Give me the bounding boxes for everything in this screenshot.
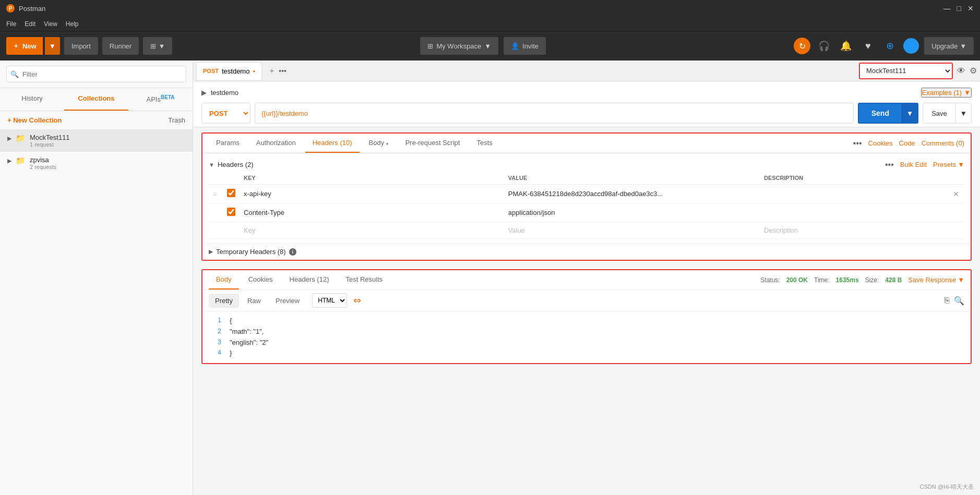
save-response-button[interactable]: Save Response ▼ (908, 276, 964, 284)
format-preview[interactable]: Preview (269, 294, 306, 308)
breadcrumb: ▶ testdemo (201, 89, 238, 96)
tab-history[interactable]: History (0, 88, 64, 111)
resp-tab-body[interactable]: Body (209, 270, 239, 289)
settings-button[interactable]: ⚙ (970, 66, 977, 76)
tab-menu-button[interactable]: ••• (279, 67, 286, 75)
collection-arrow-icon: ▶ (7, 158, 11, 164)
sync-button[interactable]: ↻ (794, 38, 810, 54)
collection-item[interactable]: ▶ 📁 MockTest111 1 request (0, 129, 193, 152)
minimize-button[interactable]: — (943, 4, 951, 13)
menu-edit[interactable]: Edit (25, 20, 35, 28)
menu-view[interactable]: View (44, 20, 57, 28)
resp-tab-headers[interactable]: Headers (12) (282, 270, 337, 289)
comments-link[interactable]: Comments (0) (922, 139, 964, 147)
code-line: 3 "english": "2" (211, 337, 962, 348)
headers-more-button[interactable]: ••• (885, 160, 894, 170)
wrap-button[interactable]: ⇔ (353, 295, 361, 306)
format-type-selector[interactable]: HTML (312, 293, 347, 308)
send-button[interactable]: Send (859, 104, 902, 123)
headphone-icon[interactable]: 🎧 (816, 38, 832, 54)
environment-selector[interactable]: MockTest111 (859, 63, 953, 79)
avatar[interactable] (903, 38, 919, 54)
sidebar-search: 🔍 (0, 61, 193, 88)
filter-input[interactable] (6, 66, 186, 82)
tab-params[interactable]: Params (209, 134, 247, 153)
upgrade-button[interactable]: Upgrade ▼ (924, 37, 974, 55)
close-button[interactable]: ✕ (967, 4, 974, 13)
url-input[interactable] (255, 103, 854, 124)
tab-collections[interactable]: Collections (64, 88, 128, 111)
request-tabs-section: Params Authorization Headers (10) Body ●… (201, 132, 972, 261)
maximize-button[interactable]: □ (957, 4, 961, 13)
tab-action-icons: ＋ ••• (268, 66, 286, 76)
workspace-button[interactable]: ⊞ My Workspace ▼ (420, 37, 498, 55)
tab-tests[interactable]: Tests (469, 134, 499, 153)
method-selector[interactable]: POST GET PUT DELETE (201, 103, 250, 124)
tab-pre-request[interactable]: Pre-request Script (398, 134, 468, 153)
collection-count: 2 requests (30, 164, 56, 170)
new-collection-button[interactable]: + New Collection (7, 116, 62, 124)
temp-collapse-arrow-icon: ▶ (209, 248, 213, 255)
value-column-header: VALUE (504, 172, 760, 185)
more-button[interactable]: ••• (853, 139, 862, 148)
presets-button[interactable]: Presets ▼ (933, 161, 964, 168)
tab-apis[interactable]: APIsBETA (128, 88, 193, 111)
headers-section: ▼ Headers (2) ••• Bulk Edit Presets ▼ (202, 153, 971, 243)
delete-row-button[interactable]: ✕ (953, 190, 959, 198)
add-header-row: Key Value Description (209, 222, 964, 239)
send-arrow-button[interactable]: ▼ (902, 104, 917, 123)
copy-button[interactable]: ⎘ (945, 296, 950, 306)
collection-item[interactable]: ▶ 📁 zpvisa 2 requests (0, 152, 193, 174)
response-section: Body Cookies Headers (12) Test Results S… (201, 269, 972, 364)
temp-headers-row[interactable]: ▶ Temporary Headers (8) i (202, 243, 971, 260)
menu-file[interactable]: File (6, 20, 16, 28)
header-checkbox[interactable] (227, 208, 235, 216)
header-row: ≡ x-api-key PMAK-638451218de8d230accd98a… (209, 185, 964, 203)
desc-placeholder[interactable]: Description (760, 222, 949, 239)
menu-help[interactable]: Help (66, 20, 79, 28)
eye-button[interactable]: 👁 (957, 66, 965, 76)
code-line: 4 } (211, 348, 962, 359)
heart-icon[interactable]: ♥ (859, 38, 876, 54)
resp-tab-test-results[interactable]: Test Results (338, 270, 390, 289)
examples-link[interactable]: Examples (1) ▼ (921, 88, 972, 98)
import-button[interactable]: Import (64, 37, 98, 55)
search-response-button[interactable]: 🔍 (954, 296, 964, 306)
cookies-link[interactable]: Cookies (868, 139, 893, 147)
add-tab-button[interactable]: ＋ (268, 66, 276, 76)
tab-authorization[interactable]: Authorization (249, 134, 303, 153)
request-tab[interactable]: POST testdemo ● (196, 62, 262, 80)
headers-collapse-row[interactable]: ▼ Headers (2) (209, 158, 254, 172)
menu-bar: File Edit View Help (0, 17, 980, 31)
sidebar-actions: + New Collection Trash (0, 111, 193, 129)
tab-headers[interactable]: Headers (10) (305, 134, 360, 153)
builder-button[interactable]: ⊞ ▼ (143, 37, 172, 55)
value-placeholder[interactable]: Value (504, 222, 760, 239)
main-content: POST testdemo ● ＋ ••• MockTest111 👁 ⚙ ▶ (193, 61, 980, 495)
new-button[interactable]: ＋ New (6, 37, 43, 55)
header-key: x-api-key (240, 185, 504, 203)
plus-circle-icon[interactable]: ⊕ (881, 38, 898, 54)
bulk-edit-button[interactable]: Bulk Edit (900, 161, 927, 168)
info-icon: i (289, 248, 296, 256)
drag-handle-icon[interactable]: ≡ (213, 190, 217, 198)
new-arrow-button[interactable]: ▼ (45, 37, 60, 55)
runner-button[interactable]: Runner (102, 37, 139, 55)
format-raw[interactable]: Raw (241, 294, 267, 308)
save-button-wrap: Save ▼ (923, 103, 972, 124)
response-tabs-bar: Body Cookies Headers (12) Test Results S… (202, 270, 971, 290)
save-button[interactable]: Save (923, 103, 955, 123)
header-checkbox[interactable] (227, 189, 235, 197)
tab-body[interactable]: Body ● (362, 134, 396, 153)
format-pretty[interactable]: Pretty (209, 294, 239, 308)
trash-button[interactable]: Trash (168, 116, 185, 124)
line-number: 4 (211, 348, 221, 359)
resp-tab-cookies[interactable]: Cookies (241, 270, 280, 289)
line-number: 2 (211, 327, 221, 337)
bell-icon[interactable]: 🔔 (838, 38, 854, 54)
code-link[interactable]: Code (899, 139, 915, 147)
save-arrow-button[interactable]: ▼ (955, 103, 971, 123)
save-response-arrow-icon: ▼ (958, 276, 964, 284)
invite-button[interactable]: 👤 Invite (504, 37, 546, 55)
key-placeholder[interactable]: Key (240, 222, 504, 239)
